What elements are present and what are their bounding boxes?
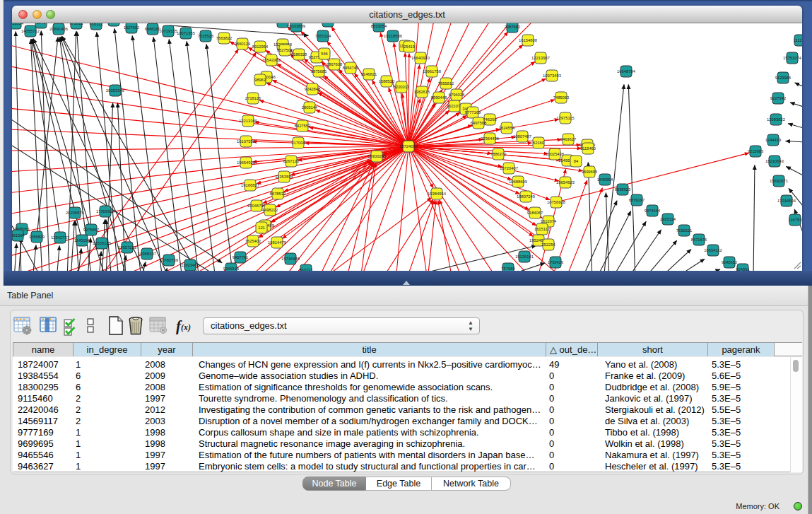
svg-text:16033809: 16033809 bbox=[287, 24, 305, 28]
svg-text:20206576: 20206576 bbox=[66, 211, 84, 215]
svg-text:17957223: 17957223 bbox=[118, 245, 136, 250]
svg-text:1640954: 1640954 bbox=[597, 177, 613, 182]
svg-text:(x): (x) bbox=[181, 322, 191, 332]
svg-text:19166827: 19166827 bbox=[241, 183, 259, 187]
svg-text:7625402: 7625402 bbox=[245, 239, 261, 243]
svg-text:9474444: 9474444 bbox=[645, 209, 661, 213]
svg-text:1244419: 1244419 bbox=[765, 138, 782, 142]
svg-text:3624554: 3624554 bbox=[499, 126, 515, 130]
svg-text:3875685: 3875685 bbox=[311, 69, 327, 74]
svg-text:25419: 25419 bbox=[404, 45, 415, 49]
svg-text:17016504: 17016504 bbox=[777, 199, 796, 203]
svg-text:16154808: 16154808 bbox=[519, 38, 537, 42]
svg-text:7663822: 7663822 bbox=[216, 36, 233, 40]
svg-text:18807249: 18807249 bbox=[517, 194, 535, 199]
svg-text:4498222: 4498222 bbox=[262, 208, 278, 212]
svg-text:8678532: 8678532 bbox=[270, 192, 286, 196]
svg-text:16914479: 16914479 bbox=[268, 240, 286, 245]
svg-text:6966160: 6966160 bbox=[145, 27, 161, 31]
svg-text:62160: 62160 bbox=[533, 141, 544, 145]
svg-text:7515526: 7515526 bbox=[198, 34, 214, 38]
svg-text:2718126: 2718126 bbox=[245, 96, 261, 100]
svg-text:11923468: 11923468 bbox=[181, 263, 199, 267]
svg-text:9146821: 9146821 bbox=[361, 72, 377, 76]
svg-text:14055712: 14055712 bbox=[21, 29, 40, 33]
svg-text:8912954: 8912954 bbox=[252, 45, 269, 49]
svg-text:7955812: 7955812 bbox=[438, 81, 454, 86]
svg-text:6794028: 6794028 bbox=[449, 93, 465, 97]
svg-text:1612074: 1612074 bbox=[541, 219, 557, 223]
svg-text:16543362: 16543362 bbox=[262, 58, 281, 62]
svg-text:18724007: 18724007 bbox=[399, 144, 418, 148]
svg-text:20691406: 20691406 bbox=[49, 27, 68, 31]
svg-text:1156829: 1156829 bbox=[29, 235, 45, 239]
svg-text:6497568: 6497568 bbox=[471, 121, 487, 125]
svg-text:15716485: 15716485 bbox=[281, 257, 300, 261]
svg-text:9115460: 9115460 bbox=[580, 146, 596, 151]
svg-text:975812: 975812 bbox=[69, 23, 83, 25]
svg-text:8990448: 8990448 bbox=[431, 95, 447, 100]
svg-text:8186328: 8186328 bbox=[291, 52, 307, 57]
svg-text:8813054: 8813054 bbox=[371, 24, 387, 28]
svg-text:2867608: 2867608 bbox=[326, 62, 343, 66]
svg-text:18300295: 18300295 bbox=[367, 154, 386, 158]
svg-text:8813054: 8813054 bbox=[12, 23, 24, 25]
svg-text:8267130: 8267130 bbox=[283, 159, 300, 163]
svg-text:10107552: 10107552 bbox=[237, 139, 255, 144]
svg-text:16782759: 16782759 bbox=[160, 258, 178, 262]
svg-text:19654925: 19654925 bbox=[237, 160, 255, 165]
svg-text:10807487: 10807487 bbox=[513, 134, 531, 139]
svg-text:816112: 816112 bbox=[90, 23, 103, 26]
svg-text:10688609: 10688609 bbox=[509, 180, 527, 184]
svg-text:8471676: 8471676 bbox=[691, 238, 707, 242]
svg-text:15720407: 15720407 bbox=[500, 166, 518, 170]
svg-text:19654923: 19654923 bbox=[556, 180, 575, 185]
svg-text:98963: 98963 bbox=[254, 78, 266, 82]
svg-text:7886372: 7886372 bbox=[490, 152, 507, 156]
svg-text:9184067: 9184067 bbox=[527, 211, 543, 215]
svg-text:1733426: 1733426 bbox=[548, 260, 564, 264]
svg-text:1615112: 1615112 bbox=[534, 227, 550, 231]
svg-text:7485063: 7485063 bbox=[553, 95, 570, 100]
svg-text:9699695: 9699695 bbox=[582, 170, 598, 174]
svg-text:9777169: 9777169 bbox=[465, 110, 481, 115]
svg-text:15692971: 15692971 bbox=[770, 179, 788, 183]
svg-text:121: 121 bbox=[258, 226, 265, 230]
svg-text:11353594: 11353594 bbox=[275, 175, 293, 179]
svg-text:19384554: 19384554 bbox=[428, 192, 447, 196]
svg-text:10961758: 10961758 bbox=[423, 69, 441, 74]
svg-text:2087682: 2087682 bbox=[505, 25, 521, 29]
svg-text:10025438: 10025438 bbox=[546, 152, 564, 156]
svg-text:6879197: 6879197 bbox=[629, 198, 645, 202]
svg-text:10973493: 10973493 bbox=[543, 74, 561, 78]
svg-text:16210643: 16210643 bbox=[765, 159, 784, 163]
svg-text:9457791: 9457791 bbox=[233, 255, 249, 259]
svg-text:391594: 391594 bbox=[12, 233, 25, 238]
svg-text:9227342: 9227342 bbox=[770, 96, 787, 100]
svg-text:9129966: 9129966 bbox=[775, 76, 792, 80]
svg-text:8938923: 8938923 bbox=[615, 187, 631, 192]
svg-text:10671355: 10671355 bbox=[177, 31, 195, 35]
svg-text:9660124: 9660124 bbox=[235, 42, 251, 46]
svg-text:1145194: 1145194 bbox=[74, 238, 90, 243]
svg-text:252254: 252254 bbox=[541, 243, 555, 247]
svg-text:12213369: 12213369 bbox=[239, 119, 257, 123]
svg-text:20053346: 20053346 bbox=[106, 88, 124, 93]
svg-text:1588520: 1588520 bbox=[379, 79, 395, 83]
svg-text:17359924: 17359924 bbox=[96, 209, 115, 214]
svg-text:3215983: 3215983 bbox=[748, 149, 764, 153]
svg-text:16640910: 16640910 bbox=[411, 56, 430, 60]
svg-text:2803144: 2803144 bbox=[302, 105, 318, 110]
svg-text:12213967: 12213967 bbox=[531, 56, 550, 60]
svg-text:9242848: 9242848 bbox=[305, 87, 321, 91]
svg-text:9245652: 9245652 bbox=[722, 260, 738, 264]
svg-text:10958107: 10958107 bbox=[138, 252, 156, 256]
svg-text:8220317: 8220317 bbox=[394, 85, 410, 89]
svg-text:19218506: 19218506 bbox=[384, 34, 402, 38]
svg-text:9975867: 9975867 bbox=[83, 228, 100, 232]
svg-text:10756928: 10756928 bbox=[547, 200, 565, 204]
svg-text:12942737: 12942737 bbox=[51, 235, 69, 240]
svg-text:15751074: 15751074 bbox=[783, 56, 802, 60]
svg-text:111275: 111275 bbox=[794, 38, 802, 42]
svg-text:9463627: 9463627 bbox=[560, 137, 577, 141]
